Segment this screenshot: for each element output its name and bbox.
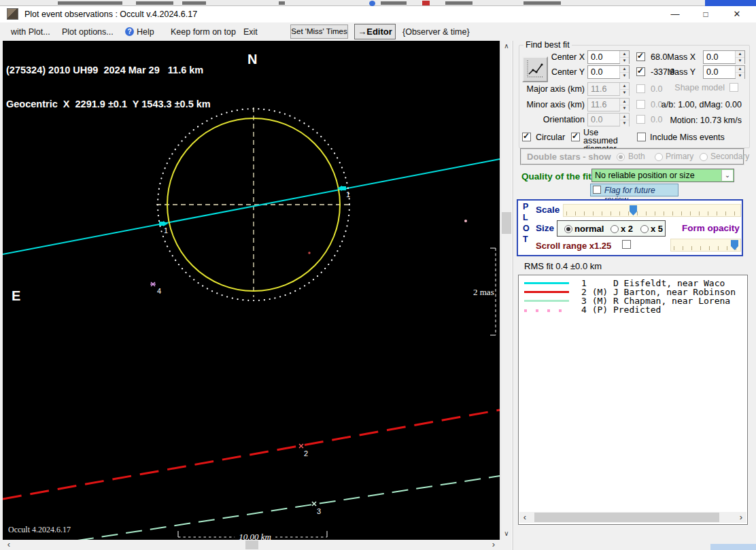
svg-text:1: 1 [346, 190, 350, 199]
double-stars-group: Double stars - show Both Primary Seconda… [520, 148, 744, 165]
quality-label: Quality of the fit [521, 171, 591, 182]
minor-axis-spinner: 11.6 ▲▼ [587, 98, 630, 111]
quality-value: No reliable position or size [595, 171, 695, 180]
background-text-fragment [523, 1, 561, 5]
combo-dropdown-icon[interactable]: ⌄ [721, 170, 733, 181]
background-exit-icon [422, 1, 430, 5]
opacity-slider[interactable] [670, 239, 741, 252]
plot-header-line1: (275324) 2010 UH99 2024 Mar 29 11.6 km [6, 65, 211, 76]
rms-fit-label: RMS fit 0.4 ±0.0 km [524, 261, 602, 271]
app-icon [7, 8, 18, 20]
circular-checkbox[interactable] [522, 133, 531, 141]
background-text-fragment [445, 1, 472, 5]
plot-vertical-scrollbar[interactable]: ∧ ∨ [500, 41, 511, 540]
scale-label: Scale [536, 205, 560, 215]
east-label: E [12, 288, 20, 304]
scroll-up-arrow[interactable]: ∧ [501, 42, 512, 50]
center-y-spin-buttons[interactable]: ▲▼ [619, 66, 629, 78]
version-label: Occult 4.2024.6.17 [8, 525, 71, 535]
plot-canvas[interactable]: 11234 (275324) 2010 UH99 2024 Mar 29 11.… [3, 41, 500, 540]
background-text-fragment [58, 1, 122, 5]
menu-keep-on-top[interactable]: Keep form on top [171, 27, 236, 37]
center-x-label: Center X [517, 52, 585, 62]
motion-label: Motion: 10.73 km/s [636, 116, 742, 125]
menu-with-plot[interactable]: with Plot... [11, 27, 50, 37]
set-miss-times-button[interactable]: Set 'Miss' Times [290, 24, 348, 39]
circular-label: Circular [536, 133, 565, 142]
center-y-spinner[interactable]: 0.0 ▲▼ [587, 65, 630, 79]
observer-time-label: {Observer & time} [402, 27, 470, 37]
center-x-spin-buttons[interactable]: ▲▼ [619, 51, 629, 63]
size-x5-radio[interactable] [640, 225, 649, 233]
shape-model-label: Shape model [657, 83, 725, 92]
scroll-range-checkbox[interactable] [622, 240, 631, 249]
orientation-spinner: 0.0 ▲▼ [587, 113, 630, 126]
quality-combobox[interactable]: No reliable position or size ⌄ [591, 169, 734, 182]
double-stars-title: Double stars - show [527, 152, 611, 162]
plot-header-line2: Geocentric X 2291.9 ±0.1 Y 1543.3 ±0.5 k… [6, 99, 211, 110]
observations-listbox[interactable]: 1 D Eisfeldt, near Waco 2 (M) J Barton, … [518, 275, 748, 525]
major-axis-value: 11.6 [588, 83, 619, 95]
mass-x-spin-buttons[interactable]: ▲▼ [735, 51, 744, 63]
scroll-left-arrow[interactable]: ‹ [4, 540, 14, 549]
close-button[interactable]: ✕ [726, 6, 748, 22]
minor-axis-value: 11.6 [588, 99, 619, 111]
listbox-scroll-left[interactable]: ‹ [519, 512, 530, 523]
svg-text:4: 4 [157, 287, 161, 295]
km-scale-label: 10.00 km [235, 532, 275, 540]
legend-swatch-4 [524, 309, 569, 312]
right-panel: Find best fit Center X 0.0 ▲▼ 68.0 Mass … [513, 41, 756, 550]
shape-model-checkbox [729, 83, 738, 92]
size-x2-radio[interactable] [611, 225, 619, 233]
scale-slider-thumb[interactable] [630, 205, 637, 216]
plot-letter-o: O [523, 224, 530, 233]
vertical-scroll-thumb[interactable] [502, 212, 511, 234]
use-assumed-checkbox[interactable] [571, 133, 580, 141]
size-label: Size [536, 223, 554, 233]
minimize-button[interactable]: — [664, 6, 686, 22]
legend-swatch-3 [524, 300, 569, 302]
menu-help[interactable]: Help [137, 27, 154, 37]
application-window: Plot event observations : Occult v.4.202… [0, 0, 756, 550]
ab-dmag-label: a/b: 1.00, dMag: 0.00 [636, 100, 742, 109]
background-bottom-corner [710, 544, 756, 550]
legend-swatch-2 [524, 291, 569, 293]
scroll-right-arrow[interactable]: › [489, 540, 498, 549]
scroll-down-arrow[interactable]: ∨ [501, 530, 512, 537]
plot-controls-panel: P L O T Scale Size normal x 2 x 5 Form o… [517, 199, 743, 256]
size-x5-label: x 5 [651, 224, 663, 234]
both-radio [617, 153, 625, 161]
editor-button[interactable]: →Editor [354, 24, 396, 39]
center-x-checkbox[interactable] [636, 52, 645, 61]
listbox-scroll-right[interactable]: › [736, 512, 746, 523]
secondary-radio [700, 153, 708, 161]
menu-plot-options[interactable]: Plot options... [62, 27, 114, 37]
flag-review-checkbox[interactable] [593, 186, 601, 194]
listbox-scrollbar[interactable]: ‹ › [519, 512, 746, 523]
major-axis-checkbox [636, 84, 645, 93]
major-axis-spin-buttons: ▲▼ [619, 83, 629, 95]
legend-swatch-1 [524, 282, 569, 284]
plot-header: (275324) 2010 UH99 2024 Mar 29 11.6 km G… [6, 42, 211, 132]
window-title: Plot event observations : Occult v.4.202… [24, 10, 197, 19]
legend-row[interactable]: 4 (P) Predicted [581, 305, 661, 315]
both-label: Both [628, 152, 645, 161]
horizontal-scroll-thumb[interactable] [245, 540, 258, 549]
north-label: N [247, 52, 257, 67]
orientation-value: 0.0 [588, 114, 619, 126]
listbox-scroll-thumb[interactable] [534, 513, 719, 522]
center-x-spinner[interactable]: 0.0 ▲▼ [587, 50, 630, 64]
include-miss-checkbox[interactable] [637, 133, 646, 141]
mass-x-spinner[interactable]: 0.0 ▲▼ [703, 50, 745, 64]
mass-y-spinner[interactable]: 0.0 ▲▼ [703, 65, 745, 79]
orientation-label: Orientation [517, 115, 585, 124]
maximize-button[interactable]: □ [695, 6, 717, 22]
opacity-slider-thumb[interactable] [731, 240, 738, 250]
plot-letter-t: T [523, 235, 528, 244]
center-y-checkbox[interactable] [636, 67, 645, 76]
mass-y-spin-buttons[interactable]: ▲▼ [735, 66, 744, 78]
plot-horizontal-scrollbar[interactable]: ‹ › [3, 540, 500, 550]
size-normal-radio[interactable] [564, 225, 572, 233]
scale-slider[interactable] [563, 204, 741, 217]
menu-exit[interactable]: Exit [243, 27, 258, 37]
